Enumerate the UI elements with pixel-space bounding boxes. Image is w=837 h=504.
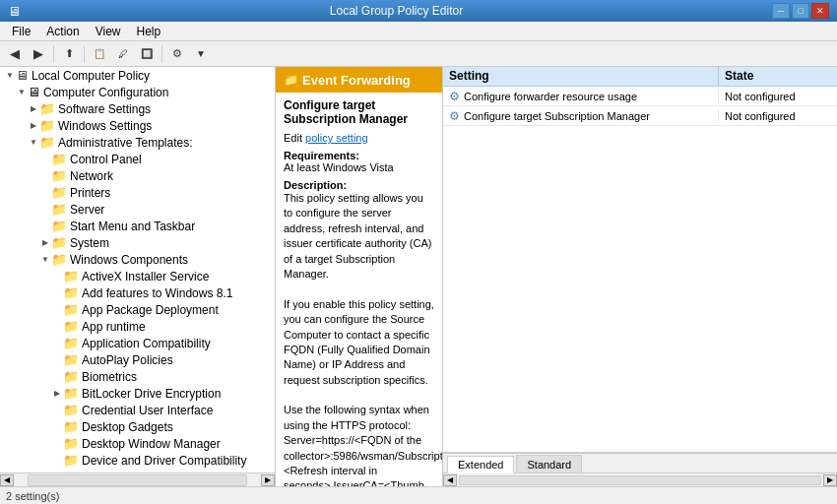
tree-network[interactable]: 📁 Network	[0, 167, 275, 184]
forward-button[interactable]: ▶	[28, 44, 49, 64]
tree-credential-ui[interactable]: 📁 Credential User Interface	[0, 402, 275, 418]
net-icon: 📁	[51, 168, 67, 183]
cc-label: Computer Configuration	[43, 86, 168, 99]
bio-icon: 📁	[63, 369, 79, 384]
af-label: Add features to Windows 8.1	[82, 286, 232, 300]
dd-icon: 📁	[63, 453, 79, 468]
tree-software-settings[interactable]: ▶ 📁 Software Settings	[0, 100, 275, 117]
tree-horizontal-scrollbar[interactable]: ◀ ▶	[0, 472, 275, 486]
status-bar: 2 setting(s)	[0, 486, 837, 504]
maximize-button[interactable]: □	[792, 3, 809, 19]
menu-bar: File Action View Help	[0, 22, 837, 41]
ss-expand[interactable]: ▶	[28, 103, 39, 115]
dwm-label: Desktop Window Manager	[82, 437, 221, 451]
tree-desktop-wm[interactable]: 📁 Desktop Window Manager	[0, 435, 275, 452]
tree-computer-config[interactable]: ▼ 🖥 Computer Configuration	[0, 84, 275, 100]
setting-cell-1: ⚙ Configure forwarder resource usage	[443, 90, 719, 103]
setting-label-1: Configure forwarder resource usage	[464, 91, 637, 102]
table-row[interactable]: ⚙ Configure forwarder resource usage Not…	[443, 87, 837, 106]
tree-server[interactable]: 📁 Server	[0, 201, 275, 218]
at-expand[interactable]: ▼	[28, 137, 39, 149]
ac-label: Application Compatibility	[82, 337, 211, 350]
edit-label: Edit	[284, 132, 305, 144]
ar-label: App runtime	[82, 320, 146, 334]
tree-admin-templates[interactable]: ▼ 📁 Administrative Templates:	[0, 134, 275, 151]
table-row[interactable]: ⚙ Configure target Subscription Manager …	[443, 106, 837, 126]
right-scroll-right[interactable]: ▶	[823, 474, 837, 486]
edit-policy-line: Edit policy setting	[284, 132, 434, 144]
up-button[interactable]: ⬆	[58, 44, 80, 64]
filter-toggle[interactable]: ▼	[190, 44, 212, 64]
tree-add-features[interactable]: 📁 Add features to Windows 8.1	[0, 284, 275, 301]
scroll-track[interactable]	[28, 474, 247, 486]
ss-label: Software Settings	[58, 102, 151, 116]
right-header: Setting State	[443, 67, 837, 87]
af-icon: 📁	[63, 285, 79, 300]
sys-icon: 📁	[51, 235, 67, 250]
bl-icon: 📁	[63, 386, 79, 401]
ws-label: Windows Settings	[58, 119, 152, 133]
scroll-left-button[interactable]: ◀	[0, 474, 14, 486]
menu-action[interactable]: Action	[38, 23, 87, 40]
close-button[interactable]: ✕	[811, 3, 829, 19]
cc-icon: 🖥	[28, 85, 40, 99]
tree-app-runtime[interactable]: 📁 App runtime	[0, 318, 275, 335]
cui-icon: 📁	[63, 403, 79, 417]
help-button[interactable]: 🔲	[136, 44, 158, 64]
root-label: Local Computer Policy	[32, 69, 150, 83]
tree-printers[interactable]: 📁 Printers	[0, 184, 275, 201]
tree-content: ▼ 🖥 Local Computer Policy ▼ 🖥 Computer C…	[0, 67, 275, 472]
ws-expand[interactable]: ▶	[28, 120, 39, 132]
menu-view[interactable]: View	[88, 23, 129, 40]
tree-root[interactable]: ▼ 🖥 Local Computer Policy	[0, 67, 275, 84]
back-button[interactable]: ◀	[4, 44, 26, 64]
policy-setting-link[interactable]: policy setting	[305, 132, 368, 144]
properties-button[interactable]: 🖊	[112, 44, 134, 64]
menu-help[interactable]: Help	[129, 23, 169, 40]
menu-file[interactable]: File	[4, 23, 38, 40]
title-bar: 🖥 Local Group Policy Editor ─ □ ✕	[0, 0, 837, 22]
requirements-label: Requirements:	[284, 150, 434, 161]
tree-biometrics[interactable]: 📁 Biometrics	[0, 368, 275, 385]
tree-system[interactable]: ▶ 📁 System	[0, 234, 275, 251]
tree-app-package[interactable]: 📁 App Package Deployment	[0, 301, 275, 318]
srv-label: Server	[70, 203, 104, 217]
middle-header: 📁 Event Forwarding	[276, 67, 442, 93]
tab-standard[interactable]: Standard	[516, 455, 582, 472]
tree-autoplay[interactable]: 📁 AutoPlay Policies	[0, 351, 275, 368]
tree-app-compat[interactable]: 📁 Application Compatibility	[0, 335, 275, 351]
right-scroll-left[interactable]: ◀	[443, 474, 457, 486]
prn-icon: 📁	[51, 185, 67, 200]
right-scroll-track[interactable]	[459, 475, 821, 485]
tree-desktop-gadgets[interactable]: 📁 Desktop Gadgets	[0, 418, 275, 435]
root-expand[interactable]: ▼	[4, 70, 16, 82]
tree-control-panel[interactable]: 📁 Control Panel	[0, 151, 275, 167]
tree-bitlocker[interactable]: ▶ 📁 BitLocker Drive Encryption	[0, 385, 275, 402]
auto-label: AutoPlay Policies	[82, 353, 173, 367]
tree-device-driver[interactable]: 📁 Device and Driver Compatibility	[0, 452, 275, 469]
setting-label-2: Configure target Subscription Manager	[464, 110, 650, 122]
ax-label: ActiveX Installer Service	[82, 270, 209, 284]
right-pane: Setting State ⚙ Configure forwarder reso…	[443, 67, 837, 486]
sm-label: Start Menu and Taskbar	[70, 220, 195, 233]
bio-label: Biometrics	[82, 370, 137, 384]
tab-extended[interactable]: Extended	[447, 456, 514, 473]
computer-icon: 🖥	[16, 68, 29, 83]
filter-button[interactable]: ⚙	[166, 44, 188, 64]
tree-windows-settings[interactable]: ▶ 📁 Windows Settings	[0, 117, 275, 134]
tree-start-menu[interactable]: 📁 Start Menu and Taskbar	[0, 218, 275, 234]
tree-windows-components[interactable]: ▼ 📁 Windows Components	[0, 251, 275, 268]
state-cell-1: Not configured	[719, 91, 837, 102]
sm-icon: 📁	[51, 219, 67, 233]
tree-activex[interactable]: 📁 ActiveX Installer Service	[0, 268, 275, 284]
setting-cell-2: ⚙ Configure target Subscription Manager	[443, 109, 719, 123]
requirements-value: At least Windows Vista	[284, 161, 434, 173]
right-horizontal-scrollbar[interactable]: ◀ ▶	[443, 472, 837, 486]
ap-icon: 📁	[63, 302, 79, 317]
ac-icon: 📁	[63, 336, 79, 350]
show-hide-button[interactable]: 📋	[89, 44, 110, 64]
scroll-right-button[interactable]: ▶	[261, 474, 275, 486]
dg-icon: 📁	[63, 419, 79, 434]
minimize-button[interactable]: ─	[772, 3, 790, 19]
cc-expand[interactable]: ▼	[16, 87, 28, 98]
